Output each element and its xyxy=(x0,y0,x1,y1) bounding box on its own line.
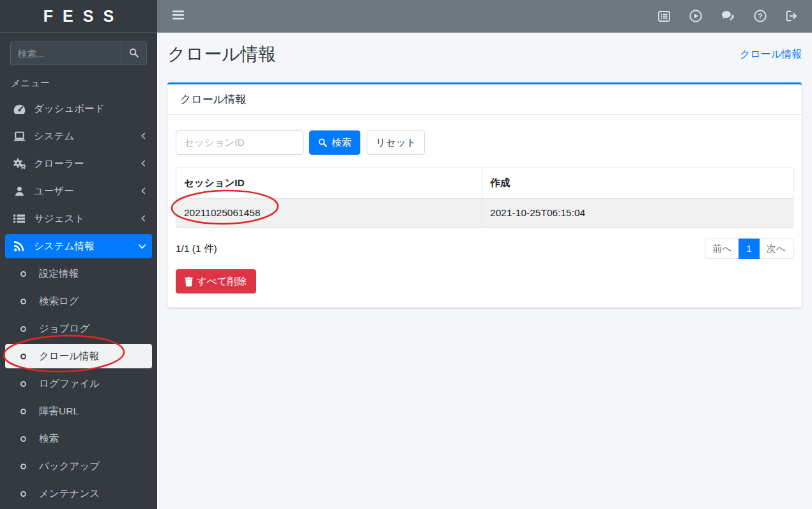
sidebar-item-label: クロール情報 xyxy=(39,350,146,363)
circle-icon xyxy=(15,464,31,469)
sidebar-search-input[interactable] xyxy=(10,42,121,65)
crawling-info-card: クロール情報 検索 リセット セッションID 作成 xyxy=(167,82,802,308)
created-cell: 2021-10-25T06:15:04 xyxy=(482,199,793,228)
rss-icon xyxy=(11,241,27,252)
sidebar-item-label: システム xyxy=(34,130,141,143)
session-id-cell[interactable]: 20211025061458 xyxy=(176,199,482,228)
sidebar-item-label: サジェスト xyxy=(34,212,141,226)
delete-all-button-label: すべて削除 xyxy=(197,275,247,288)
column-header-session-id: セッションID xyxy=(176,168,482,199)
table-row[interactable]: 20211025061458 2021-10-25T06:15:04 xyxy=(176,199,793,228)
card-title: クロール情報 xyxy=(167,84,802,115)
sidebar-subitem-crawling-info[interactable]: クロール情報 xyxy=(5,344,152,368)
brand-logo[interactable]: FESS xyxy=(0,0,157,33)
reset-button[interactable]: リセット xyxy=(367,130,425,155)
delete-all-button[interactable]: すべて削除 xyxy=(176,269,256,294)
comments-icon[interactable] xyxy=(721,10,735,22)
top-navbar: ? xyxy=(157,0,812,33)
circle-icon xyxy=(15,436,31,442)
sidebar-subitem-job-log[interactable]: ジョブログ xyxy=(5,317,152,341)
user-icon xyxy=(11,185,27,197)
sidebar-subitem-backup[interactable]: バックアップ xyxy=(5,454,152,478)
tachometer-icon xyxy=(11,104,27,114)
search-form: 検索 リセット xyxy=(176,130,793,155)
table-header-row: セッションID 作成 xyxy=(176,168,793,199)
sidebar-item-label: 設定情報 xyxy=(39,267,146,281)
gears-icon xyxy=(11,158,27,169)
sidebar-item-system[interactable]: システム xyxy=(5,124,152,148)
sidebar-item-label: バックアップ xyxy=(39,460,146,473)
menu-icon xyxy=(172,10,184,22)
circle-icon xyxy=(15,381,31,387)
sidebar-item-label: ユーザー xyxy=(34,185,141,198)
sidebar-subitem-config-info[interactable]: 設定情報 xyxy=(5,262,152,286)
sidebar-search xyxy=(10,42,147,65)
sidebar-subitem-log-file[interactable]: ログファイル xyxy=(5,372,152,396)
circle-icon xyxy=(15,326,31,332)
page-title: クロール情報 xyxy=(167,43,276,65)
sidebar-subitem-search[interactable]: 検索 xyxy=(5,427,152,451)
sidebar-search-button[interactable] xyxy=(121,42,147,65)
sidebar-item-user[interactable]: ユーザー xyxy=(5,179,152,203)
play-circle-icon[interactable] xyxy=(689,10,702,22)
chevron-left-icon xyxy=(141,158,146,169)
main-content: クロール情報 クロール情報 クロール情報 検索 リセット セッションID xyxy=(157,33,812,509)
search-icon xyxy=(318,138,327,147)
chevron-left-icon xyxy=(141,185,146,197)
sidebar-item-label: 検索ログ xyxy=(39,295,146,308)
circle-icon xyxy=(15,409,31,414)
sidebar-subitem-maintenance[interactable]: メンテナンス xyxy=(5,482,152,506)
circle-icon xyxy=(15,271,31,277)
chevron-left-icon xyxy=(141,130,146,142)
trash-icon xyxy=(185,277,193,286)
laptop-icon xyxy=(11,131,27,142)
sidebar-item-label: クローラー xyxy=(34,157,141,171)
pagination: 前へ 1 次へ xyxy=(705,239,793,259)
chevron-left-icon xyxy=(141,213,146,224)
pagination-page-1[interactable]: 1 xyxy=(739,239,759,259)
sidebar-item-suggest[interactable]: サジェスト xyxy=(5,207,152,231)
sidebar-nav: ダッシュボード システム xyxy=(0,90,157,506)
sidebar: FESS メニュー ダッシュボード システム xyxy=(0,0,157,509)
sidebar-item-label: ダッシュボード xyxy=(34,102,146,116)
session-id-input[interactable] xyxy=(176,130,303,155)
sidebar-item-label: システム情報 xyxy=(34,240,139,253)
chevron-down-icon xyxy=(139,240,146,252)
menu-section-label: メニュー xyxy=(11,77,157,90)
pagination-prev[interactable]: 前へ xyxy=(705,239,739,259)
list-alt-icon[interactable] xyxy=(658,11,670,22)
sidebar-item-label: 検索 xyxy=(39,432,146,446)
sidebar-item-system-info[interactable]: システム情報 xyxy=(5,234,152,258)
sidebar-item-label: 障害URL xyxy=(39,405,146,418)
column-header-created: 作成 xyxy=(482,168,793,199)
sidebar-item-label: ログファイル xyxy=(39,377,146,391)
sidebar-item-label: メンテナンス xyxy=(39,487,146,501)
pagination-next[interactable]: 次へ xyxy=(759,239,793,259)
sidebar-subitem-failure-url[interactable]: 障害URL xyxy=(5,399,152,423)
search-icon xyxy=(129,48,139,59)
sidebar-toggle-button[interactable] xyxy=(172,10,184,22)
circle-icon xyxy=(15,299,31,304)
search-button[interactable]: 検索 xyxy=(309,130,360,155)
breadcrumb[interactable]: クロール情報 xyxy=(740,48,802,61)
circle-icon xyxy=(15,491,31,497)
sidebar-subitem-search-log[interactable]: 検索ログ xyxy=(5,289,152,313)
sidebar-item-crawler[interactable]: クローラー xyxy=(5,152,152,176)
sidebar-item-dashboard[interactable]: ダッシュボード xyxy=(5,97,152,121)
list-icon xyxy=(11,214,27,224)
circle-icon xyxy=(15,354,31,359)
sidebar-item-label: ジョブログ xyxy=(39,322,146,336)
search-button-label: 検索 xyxy=(332,136,351,150)
sessions-table: セッションID 作成 20211025061458 2021-10-25T06:… xyxy=(176,168,793,228)
svg-text:?: ? xyxy=(758,12,762,20)
question-circle-icon[interactable]: ? xyxy=(754,10,767,22)
sign-out-icon[interactable] xyxy=(786,10,798,22)
result-count-summary: 1/1 (1 件) xyxy=(176,242,217,256)
